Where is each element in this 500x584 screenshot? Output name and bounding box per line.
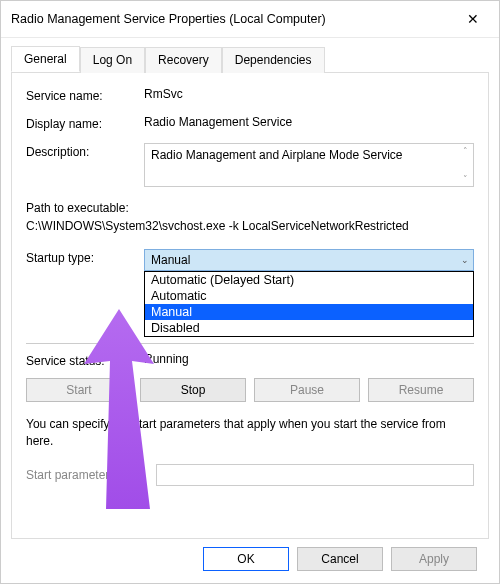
note-text: You can specify the start parameters tha… [26,416,474,450]
ok-button[interactable]: OK [203,547,289,571]
startup-type-select[interactable]: Manual ⌄ [144,249,474,271]
label-service-status: Service status: [26,352,144,368]
value-exe-path: C:\WINDOWS\System32\svchost.exe -k Local… [26,217,474,235]
dialog-button-row: OK Cancel Apply [11,539,489,571]
stop-button[interactable]: Stop [140,378,246,402]
startup-option-manual[interactable]: Manual [145,304,473,320]
properties-dialog: Radio Management Service Properties (Loc… [0,0,500,584]
tab-general[interactable]: General [11,46,80,72]
chevron-down-icon: ⌄ [461,255,469,265]
client-area: General Log On Recovery Dependencies Ser… [1,38,499,581]
tab-panel-general: Service name: RmSvc Display name: Radio … [11,73,489,539]
titlebar: Radio Management Service Properties (Loc… [1,1,499,38]
resume-button: Resume [368,378,474,402]
window-title: Radio Management Service Properties (Loc… [11,12,326,26]
divider [26,343,474,344]
value-service-status: Running [144,352,474,368]
close-button[interactable]: ✕ [455,7,491,31]
startup-option-automatic-delayed[interactable]: Automatic (Delayed Start) [145,272,473,288]
value-service-name: RmSvc [144,87,474,101]
label-description: Description: [26,143,144,159]
cancel-button[interactable]: Cancel [297,547,383,571]
chevron-up-icon[interactable]: ˄ [460,146,470,156]
tab-log-on[interactable]: Log On [80,47,145,73]
value-display-name: Radio Management Service [144,115,474,129]
tab-recovery[interactable]: Recovery [145,47,222,73]
description-box: Radio Management and Airplane Mode Servi… [144,143,474,187]
tabstrip: General Log On Recovery Dependencies [11,46,489,73]
startup-type-current: Manual [151,253,190,267]
start-parameters-input[interactable] [156,464,474,486]
apply-button: Apply [391,547,477,571]
label-display-name: Display name: [26,115,144,131]
start-button: Start [26,378,132,402]
value-description: Radio Management and Airplane Mode Servi… [151,148,402,162]
startup-type-dropdown: Automatic (Delayed Start) Automatic Manu… [144,271,474,337]
pause-button: Pause [254,378,360,402]
annotation-arrow-icon [64,309,174,519]
label-startup-type: Startup type: [26,249,144,265]
startup-option-automatic[interactable]: Automatic [145,288,473,304]
label-service-name: Service name: [26,87,144,103]
chevron-down-icon[interactable]: ˅ [460,174,470,184]
startup-option-disabled[interactable]: Disabled [145,320,473,336]
tab-dependencies[interactable]: Dependencies [222,47,325,73]
label-start-parameters: Start parameters: [26,468,156,482]
label-path-to-exe: Path to executable: [26,199,474,217]
close-icon: ✕ [467,11,479,27]
